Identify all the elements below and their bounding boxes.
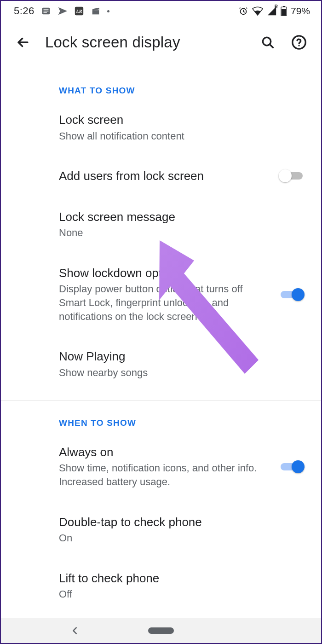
row-sub: Show time, notification icons, and other… [59, 461, 271, 488]
settings-content: WHAT TO SHOW Lock screen Show all notifi… [1, 64, 321, 618]
row-title: Lock screen message [59, 209, 305, 225]
row-title: Double-tap to check phone [59, 515, 305, 530]
alarm-icon [238, 6, 248, 16]
status-time: 5:26 [14, 5, 34, 17]
row-title: Add users from lock screen [59, 168, 271, 184]
status-bar: 5:26 LR R [1, 1, 321, 21]
row-sub: None [59, 226, 305, 240]
row-title: Lift to check phone [59, 571, 305, 586]
cellular-icon: R [267, 6, 277, 16]
svg-rect-2 [43, 11, 48, 11]
search-button[interactable] [259, 33, 277, 52]
svg-rect-1 [43, 9, 48, 10]
message-icon [41, 6, 51, 16]
section-what-to-show: WHAT TO SHOW [1, 68, 321, 99]
row-add-users[interactable]: Add users from lock screen [1, 156, 321, 197]
battery-icon [281, 6, 287, 16]
nav-back-icon[interactable] [70, 626, 80, 638]
app-bar: Lock screen display [1, 21, 321, 64]
row-lock-screen[interactable]: Lock screen Show all notification conten… [1, 99, 321, 156]
svg-rect-6 [92, 10, 99, 14]
row-double-tap[interactable]: Double-tap to check phone On [1, 502, 321, 558]
nav-home-pill[interactable] [148, 627, 174, 634]
row-sub: Off [59, 587, 305, 601]
row-lift-to-check[interactable]: Lift to check phone Off [1, 558, 321, 614]
row-now-playing[interactable]: Now Playing Show nearby songs [1, 336, 321, 392]
lr-app-icon: LR [74, 6, 84, 16]
row-sub: Show all notification content [59, 129, 305, 143]
send-icon [58, 6, 68, 16]
svg-point-13 [298, 45, 299, 46]
row-title: Now Playing [59, 349, 305, 364]
row-title: Show lockdown option [59, 266, 271, 281]
row-sub: On [59, 531, 305, 545]
svg-text:LR: LR [75, 9, 82, 14]
row-title: Lock screen [59, 112, 305, 128]
section-when-to-show: WHEN TO SHOW [1, 400, 321, 432]
toggle-always-on[interactable] [279, 459, 305, 474]
row-sub: Show nearby songs [59, 366, 305, 380]
svg-rect-10 [282, 9, 286, 16]
battery-percent: 79% [291, 6, 310, 17]
help-button[interactable] [290, 33, 308, 52]
toggle-add-users[interactable] [279, 168, 305, 183]
svg-rect-3 [43, 12, 46, 12]
row-always-on[interactable]: Always on Show time, notification icons,… [1, 432, 321, 502]
row-show-lockdown[interactable]: Show lockdown option Display power butto… [1, 253, 321, 337]
row-lock-screen-message[interactable]: Lock screen message None [1, 197, 321, 253]
row-title: Always on [59, 445, 271, 460]
row-sub: Display power button option that turns o… [59, 282, 271, 323]
back-button[interactable] [14, 33, 32, 52]
page-title: Lock screen display [45, 34, 246, 51]
wifi-icon [252, 6, 263, 16]
system-nav-bar [1, 618, 321, 643]
more-notifications-icon [107, 10, 109, 12]
toggle-show-lockdown[interactable] [279, 287, 305, 302]
movie-icon [91, 6, 101, 16]
